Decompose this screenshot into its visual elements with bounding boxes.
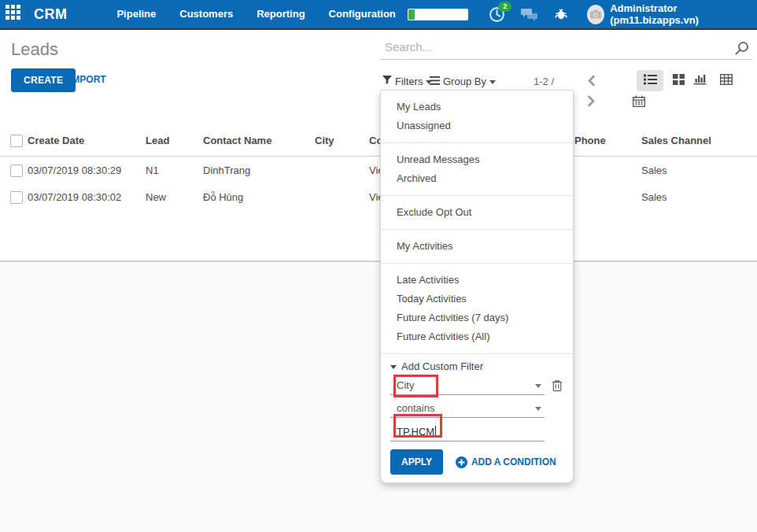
chevron-down-icon — [489, 80, 496, 87]
filter-future-activities-all[interactable]: Future Activities (All) — [381, 327, 573, 346]
cell-lead: N1 — [146, 157, 159, 183]
chevron-down-icon — [535, 407, 541, 414]
delete-condition-button[interactable] — [552, 379, 563, 392]
avatar — [587, 5, 604, 24]
cell-create-date: 03/07/2019 08:30:29 — [28, 157, 121, 183]
custom-filter-value-input[interactable]: TP.HCM — [390, 422, 545, 441]
view-pivot-button[interactable] — [713, 70, 740, 91]
menu-divider — [381, 195, 573, 196]
filter-my-activities[interactable]: My Activities — [381, 237, 573, 256]
list-view-icon — [644, 74, 657, 88]
chevron-down-icon — [535, 384, 541, 391]
menu-configuration[interactable]: Configuration — [317, 0, 408, 28]
table-row[interactable]: 03/07/2019 08:30:29 N1 DinhTrang Vietnam… — [0, 157, 757, 184]
apply-button[interactable]: APPLY — [390, 449, 443, 475]
add-custom-filter-section: Add Custom Filter City contains — [381, 353, 573, 482]
user-name: Administrator (pm11.bizapps.vn) — [610, 2, 749, 26]
search-icon[interactable] — [734, 40, 750, 59]
menu-divider — [381, 263, 573, 264]
progress-bar-fill — [408, 9, 415, 20]
filter-my-leads[interactable]: My Leads — [381, 98, 573, 116]
menu-divider — [381, 229, 573, 230]
column-sales-channel[interactable]: Sales Channel — [641, 124, 711, 156]
filter-late-activities[interactable]: Late Activities — [381, 271, 573, 290]
import-button[interactable]: IMPORT — [69, 74, 106, 85]
filters-button[interactable]: Filters — [382, 76, 432, 87]
cell-create-date: 03/07/2019 08:30:02 — [28, 183, 121, 210]
content-background — [0, 262, 757, 532]
apps-grid-icon — [6, 5, 21, 24]
custom-filter-operator-select[interactable]: contains — [390, 399, 545, 418]
select-all-checkbox[interactable] — [10, 135, 23, 147]
pager-range: 1-2 / — [513, 76, 554, 87]
column-lead[interactable]: Lead — [146, 124, 169, 156]
calendar-view-icon — [633, 95, 645, 110]
search-input[interactable] — [380, 38, 723, 54]
empty-row — [0, 210, 757, 237]
top-navbar: CRM Pipeline Customers Reporting Configu… — [0, 0, 757, 30]
progress-bar — [408, 9, 469, 20]
filter-archived[interactable]: Archived — [381, 169, 573, 188]
filters-dropdown: My Leads Unassigned Unread Messages Arch… — [380, 90, 574, 483]
apps-menu-button[interactable] — [0, 0, 28, 28]
caret-down-icon — [390, 365, 397, 372]
cell-contact-name: Đỗ Hùng — [203, 183, 243, 210]
add-custom-filter-toggle[interactable]: Add Custom Filter — [390, 360, 563, 372]
pager-previous-button[interactable] — [586, 75, 596, 90]
table-row[interactable]: 03/07/2019 08:30:02 New Đỗ Hùng Vietnam … — [0, 183, 757, 211]
pivot-view-icon — [720, 74, 733, 88]
cell-sales-channel: Sales — [641, 183, 667, 210]
filter-unread-messages[interactable]: Unread Messages — [381, 150, 573, 169]
filter-unassigned[interactable]: Unassigned — [381, 116, 573, 135]
row-checkbox[interactable] — [10, 164, 23, 177]
text-cursor — [435, 426, 436, 437]
menu-divider — [381, 142, 573, 143]
pager-next-button[interactable] — [586, 95, 596, 110]
page-title: Leads — [11, 39, 58, 60]
cell-sales-channel: Sales — [641, 157, 667, 183]
menu-pipeline[interactable]: Pipeline — [105, 0, 168, 28]
filter-funnel-icon — [382, 76, 392, 87]
cell-lead: New — [146, 183, 166, 210]
column-create-date[interactable]: Create Date — [28, 124, 84, 156]
filter-today-activities[interactable]: Today Activities — [381, 290, 573, 308]
group-by-bars-icon — [430, 76, 440, 87]
messages-icon[interactable] — [521, 7, 538, 21]
table-header-row: Create Date Lead Contact Name City Count… — [0, 124, 757, 157]
create-button[interactable]: CREATE — [11, 68, 76, 92]
app-name[interactable]: CRM — [34, 6, 68, 23]
view-calendar-button[interactable] — [626, 92, 652, 113]
filter-future-activities-7-days[interactable]: Future Activities (7 days) — [381, 308, 573, 327]
group-by-button[interactable]: Group By — [430, 76, 496, 87]
bug-icon[interactable] — [554, 7, 568, 21]
crm-app-window: CRM Pipeline Customers Reporting Configu… — [0, 0, 757, 532]
column-contact-name[interactable]: Contact Name — [203, 124, 271, 156]
column-phone[interactable]: Phone — [574, 124, 606, 156]
menu-customers[interactable]: Customers — [168, 0, 245, 28]
graph-view-icon — [693, 73, 707, 88]
row-checkbox[interactable] — [10, 191, 23, 204]
activity-clock-icon[interactable]: 2 — [489, 6, 505, 23]
add-a-condition-button[interactable]: ADD A CONDITION — [456, 456, 556, 468]
activity-count-badge: 2 — [498, 2, 511, 12]
view-graph-button[interactable] — [686, 70, 713, 91]
cell-contact-name: DinhTrang — [203, 157, 250, 183]
empty-row — [0, 236, 757, 262]
filter-exclude-opt-out[interactable]: Exclude Opt Out — [381, 203, 573, 222]
column-city[interactable]: City — [315, 124, 334, 156]
custom-filter-field-select[interactable]: City — [390, 376, 545, 395]
plus-circle-icon — [456, 456, 467, 468]
kanban-view-icon — [673, 74, 685, 88]
menu-reporting[interactable]: Reporting — [245, 0, 316, 28]
search-box — [380, 38, 751, 60]
systray: 2 — [408, 2, 749, 26]
user-menu[interactable]: Administrator (pm11.bizapps.vn) — [587, 2, 749, 26]
top-menus: Pipeline Customers Reporting Configurati… — [105, 0, 407, 28]
view-list-button[interactable] — [637, 70, 663, 91]
